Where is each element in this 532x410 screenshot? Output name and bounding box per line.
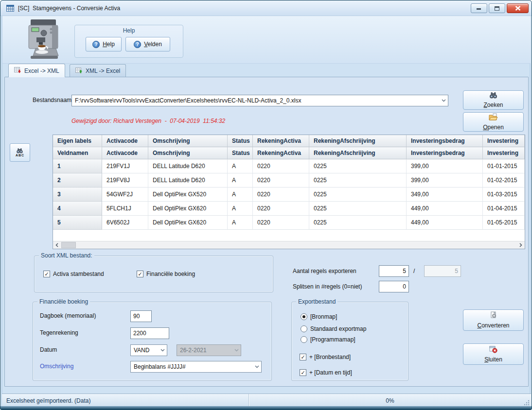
checkbox-checked-icon[interactable]: ✓	[300, 369, 306, 376]
table-cell[interactable]: 0225	[309, 188, 407, 202]
table-cell[interactable]: 219FV1J	[102, 159, 148, 173]
table-cell[interactable]: DELL Latitude D620	[148, 173, 228, 188]
scrollbar-thumb[interactable]	[61, 242, 76, 248]
converteren-button[interactable]: Converteren	[463, 309, 524, 331]
table-cell[interactable]: A	[228, 159, 253, 173]
table-cell[interactable]: 5FLCH1J	[102, 202, 148, 216]
resize-grip[interactable]	[523, 399, 530, 406]
chevron-down-icon[interactable]	[158, 345, 167, 356]
tegenrekening-input[interactable]: 2200	[130, 327, 169, 339]
chevron-down-icon[interactable]	[252, 361, 261, 372]
radio-label: [Programmamap]	[310, 336, 355, 343]
checkbox-label: + [Bronbestand]	[309, 354, 351, 360]
table-row[interactable]: 45FLCH1JDell OptiPlex GX620A02200225449,…	[53, 202, 525, 216]
table-cell[interactable]: 449,00	[407, 202, 483, 216]
table-cell[interactable]: 0220	[253, 188, 309, 202]
row-label-cell[interactable]: 2	[53, 173, 102, 188]
table-cell[interactable]: A	[228, 216, 253, 230]
sluiten-button[interactable]: Sluiten	[463, 343, 524, 365]
splitsen-input[interactable]: 0	[379, 281, 409, 292]
radio-icon[interactable]	[301, 336, 307, 343]
table-cell[interactable]: A	[228, 188, 253, 202]
table-cell[interactable]: 6V6502J	[102, 216, 148, 230]
omschrijving-combobox[interactable]: Beginbalans #JJJJ#	[130, 361, 262, 373]
tab-excel-to-xml[interactable]: Excel -> XML	[8, 64, 65, 77]
help-button-label: Help	[103, 41, 115, 48]
table-cell[interactable]: A	[228, 173, 253, 188]
row-label-cell[interactable]: 1	[53, 159, 102, 173]
checkbox-checked-icon[interactable]: ✓	[137, 271, 143, 277]
close-button[interactable]	[507, 3, 529, 13]
table-cell[interactable]: 0220	[253, 216, 309, 230]
table-cell: RekeningActiva	[253, 135, 309, 147]
table-cell[interactable]: 01-04-2015	[483, 202, 525, 216]
table-row[interactable]: 1219FV1JDELL Latitude D620A02200225399,0…	[53, 159, 525, 173]
filename-combobox[interactable]: F:\rvvSoftware\rvvTools\rvvExactConverte…	[71, 95, 448, 106]
zoeken-button[interactable]: Zoeken	[463, 90, 524, 110]
table-cell[interactable]: 0225	[309, 202, 407, 216]
progress-percent: 0%	[386, 397, 394, 404]
activa-stambestand-checkbox[interactable]: ✓ Activa stambestand	[43, 271, 104, 277]
table-cell[interactable]: 01-01-2015	[483, 159, 525, 173]
table-cell[interactable]: 349,00	[407, 188, 483, 202]
table-cell[interactable]: 0225	[309, 216, 407, 230]
radio-programmamap[interactable]: [Programmamap]	[301, 336, 355, 343]
bestandsnaam-label: Bestandsnaam	[33, 97, 71, 103]
omschrijving-label: Omschrijving	[40, 363, 73, 370]
table-cell[interactable]: 01-02-2015	[483, 173, 525, 188]
row-label-cell[interactable]: 4	[53, 202, 102, 216]
velden-button[interactable]: ? Velden	[125, 37, 170, 51]
table-cell[interactable]: 0220	[253, 159, 309, 173]
find-text-button[interactable]: ABC	[10, 143, 30, 162]
table-cell[interactable]: 01-05-2015	[483, 216, 525, 230]
table-cell[interactable]: 399,00	[407, 159, 483, 173]
table-cell[interactable]: A	[228, 202, 253, 216]
dagboek-input[interactable]: 90	[130, 310, 152, 322]
table-cell[interactable]: 0220	[253, 173, 309, 188]
openen-button[interactable]: Openen	[463, 112, 524, 132]
financiele-boeking-checkbox[interactable]: ✓ Financiële boeking	[137, 271, 195, 277]
table-cell[interactable]: 0220	[253, 202, 309, 216]
table-cell[interactable]: DELL Latitude D620	[148, 159, 228, 173]
help-button[interactable]: ? Help	[86, 37, 122, 51]
minimize-button[interactable]	[471, 3, 487, 13]
aantal-regels-input[interactable]: 5	[379, 265, 409, 277]
radio-selected-icon[interactable]	[301, 313, 307, 320]
datum-mode-combobox[interactable]: VAND	[130, 344, 167, 356]
table-row[interactable]: 354GWF2JDell OptiPlex GX520A02200225349,…	[53, 188, 525, 202]
datum-value-combobox: 26-2-2021	[177, 344, 241, 356]
scroll-right-icon[interactable]	[517, 241, 525, 249]
table-cell: Omschrijving	[148, 147, 228, 159]
radio-standaard-exportmap[interactable]: Standaard exportmap	[301, 325, 366, 332]
close-window-icon	[489, 345, 497, 355]
scroll-left-icon[interactable]	[53, 241, 61, 249]
table-cell[interactable]: Dell OptiPlex GX520	[148, 188, 228, 202]
exportbestand-group-label: Exportbestand	[296, 298, 337, 305]
table-cell[interactable]: 399,00	[407, 173, 483, 188]
table-row[interactable]: 2219FV8JDELL Latitude D620A02200225399,0…	[53, 173, 525, 188]
radio-icon[interactable]	[301, 325, 307, 332]
maximize-button[interactable]	[489, 3, 505, 13]
row-label-cell[interactable]: 5	[53, 216, 102, 230]
table-cell[interactable]: Dell OptiPlex GX620	[148, 216, 228, 230]
bronbestand-checkbox[interactable]: ✓ + [Bronbestand]	[300, 354, 351, 360]
table-cell[interactable]: 0225	[309, 173, 407, 188]
checkbox-checked-icon[interactable]: ✓	[300, 354, 306, 360]
tab-xml-to-excel[interactable]: XML -> Excel	[70, 64, 126, 77]
chevron-down-icon[interactable]	[439, 95, 448, 106]
row-label-cell[interactable]: 3	[53, 188, 102, 202]
table-cell[interactable]: 54GWF2J	[102, 188, 148, 202]
table-cell[interactable]: 01-03-2015	[483, 188, 525, 202]
table-row[interactable]: 56V6502JDell OptiPlex GX620A02200225449,…	[53, 216, 525, 230]
table-cell[interactable]: 0225	[309, 159, 407, 173]
radio-bronmap[interactable]: [Bronmap]	[301, 313, 337, 320]
table-cell[interactable]: Dell OptiPlex GX620	[148, 202, 228, 216]
table-cell[interactable]: 449,00	[407, 216, 483, 230]
converteren-label: Converteren	[477, 322, 509, 329]
table-cell[interactable]: 219FV8J	[102, 173, 148, 188]
check-glyph: ✓	[138, 272, 142, 277]
horizontal-scrollbar[interactable]	[53, 241, 525, 249]
openen-label: Openen	[483, 124, 504, 131]
checkbox-checked-icon[interactable]: ✓	[43, 271, 50, 277]
datum-en-tijd-checkbox[interactable]: ✓ + [Datum en tijd]	[300, 369, 352, 376]
